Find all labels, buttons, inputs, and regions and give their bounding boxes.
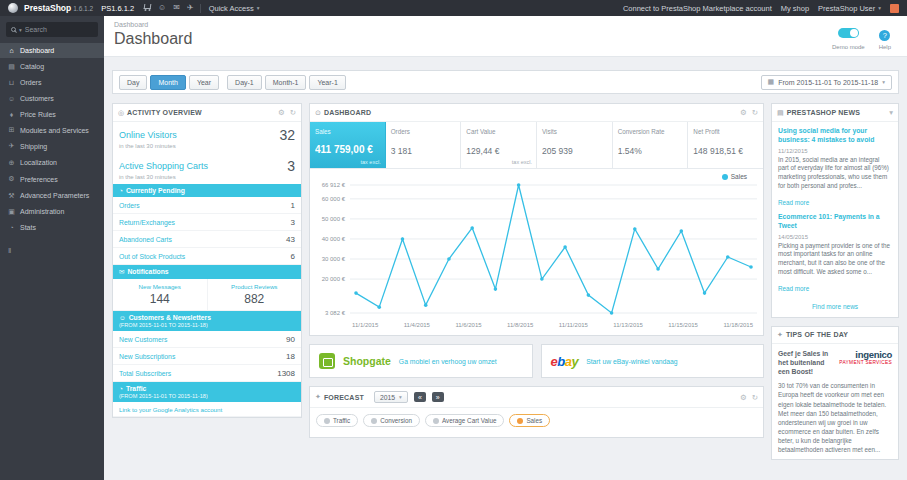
- kpi-net-profit[interactable]: Net Profit148 918,51 €: [688, 122, 763, 168]
- period-year-button[interactable]: Year: [189, 75, 219, 90]
- total-subscribers-row[interactable]: Total Subscribers1308: [113, 365, 301, 382]
- forecast-legend-sales[interactable]: Sales: [509, 414, 550, 427]
- online-visitors-link[interactable]: Online Visitors: [119, 130, 177, 140]
- sidebar-item-price-rules[interactable]: ♦Price Rules: [0, 107, 104, 122]
- active-carts-subtitle: in the last 30 minutes: [113, 174, 301, 184]
- period-day-1-button[interactable]: Day-1: [227, 75, 262, 90]
- gear-icon[interactable]: ⚙: [740, 108, 747, 117]
- kpi-row: Sales411 759,00 €tax excl. Orders3 181 C…: [310, 122, 763, 169]
- shop-name: PS1.6.1.2: [101, 4, 134, 13]
- sidebar-item-stats[interactable]: ◔Stats: [0, 220, 104, 235]
- pending-orders-row[interactable]: Orders1: [113, 197, 301, 214]
- home-icon: ⌂: [7, 47, 16, 54]
- ebay-link[interactable]: Start uw eBay-winkel vandaag: [586, 358, 677, 365]
- online-visitors-value: 32: [279, 127, 295, 143]
- find-more-news-link[interactable]: Find more news: [778, 303, 892, 310]
- help-icon[interactable]: ?: [879, 30, 890, 41]
- truck-icon: ✈: [7, 142, 16, 150]
- kpi-visits[interactable]: Visits205 939: [537, 122, 613, 168]
- new-messages-cell[interactable]: New Messages144: [113, 279, 207, 310]
- shopgate-promo[interactable]: Shopgate Ga mobiel en verhoog uw omzet: [309, 344, 533, 378]
- legend-dot: [371, 418, 377, 424]
- collapse-icon[interactable]: ▾: [889, 108, 893, 117]
- sidebar-item-preferences[interactable]: ⚙Preferences: [0, 171, 104, 187]
- panel-title: Dashboard: [324, 109, 371, 116]
- read-more-link[interactable]: Read more: [778, 285, 809, 292]
- sidebar-item-catalog[interactable]: ▤Catalog: [0, 58, 104, 74]
- forecast-legend-conversion[interactable]: Conversion: [363, 414, 420, 427]
- quick-access-label: Quick Access: [209, 4, 254, 13]
- period-day-button[interactable]: Day: [119, 75, 147, 90]
- quick-access-menu[interactable]: Quick Access▾: [200, 4, 260, 13]
- traffic-header: ◔Traffic(FROM 2015-11-01 TO 2015-11-18): [113, 382, 301, 402]
- marketplace-link[interactable]: Connect to PrestaShop Marketplace accoun…: [623, 4, 772, 13]
- puzzle-icon: ⊞: [7, 126, 16, 134]
- news-article-date: 14/05/2015: [778, 234, 892, 240]
- sidebar-item-label: Orders: [20, 79, 41, 86]
- sidebar-item-localization[interactable]: ⊕Localization: [0, 155, 104, 171]
- gear-icon[interactable]: ⚙: [740, 393, 747, 402]
- prestashop-logo-icon: [8, 3, 18, 13]
- orders-notification-icon[interactable]: [144, 4, 151, 12]
- sidebar-search: ▾: [6, 22, 98, 37]
- pending-returns-row[interactable]: Return/Exchanges3: [113, 214, 301, 231]
- sidebar-item-label: Dashboard: [20, 47, 54, 54]
- catalog-icon: ▤: [7, 63, 16, 71]
- period-month-1-button[interactable]: Month-1: [265, 75, 307, 90]
- period-year-1-button[interactable]: Year-1: [309, 75, 345, 90]
- my-shop-link[interactable]: My shop: [781, 4, 809, 13]
- news-article-link[interactable]: Using social media for your business: 4 …: [778, 127, 892, 145]
- prestashop-news-panel: ▤ PrestaShop News ▾ Using social media f…: [771, 103, 899, 318]
- year-select[interactable]: 2015▾: [374, 391, 408, 403]
- google-analytics-link[interactable]: Link to your Google Analytics account: [119, 406, 222, 413]
- shopgate-link[interactable]: Ga mobiel en verhoog uw omzet: [399, 358, 497, 365]
- sidebar-item-dashboard[interactable]: ⌂Dashboard: [0, 43, 104, 58]
- topbar-notifications: ☺ ✉ ✈: [144, 4, 194, 12]
- forecast-legend-traffic[interactable]: Traffic: [316, 414, 358, 427]
- chart-y-axis: 66 912 € 60 000 € 50 000 € 40 000 € 30 0…: [310, 179, 350, 319]
- sales-chart[interactable]: [350, 179, 757, 319]
- read-more-link[interactable]: Read more: [778, 199, 809, 206]
- sidebar-item-modules[interactable]: ⊞Modules and Services: [0, 122, 104, 138]
- sidebar-item-shipping[interactable]: ✈Shipping: [0, 138, 104, 154]
- customers-notification-icon[interactable]: ☺: [158, 4, 166, 12]
- new-subscriptions-row[interactable]: New Subscriptions18: [113, 348, 301, 365]
- sidebar-item-label: Advanced Parameters: [20, 192, 89, 199]
- page-title: Dashboard: [114, 30, 897, 48]
- chart-legend[interactable]: Sales: [722, 173, 747, 180]
- new-customers-row[interactable]: New Customers90: [113, 331, 301, 348]
- product-reviews-cell[interactable]: Product Reviews882: [207, 279, 302, 310]
- demo-mode-toggle[interactable]: [838, 28, 859, 38]
- paper-plane-icon[interactable]: ✈: [187, 4, 194, 12]
- period-month-button[interactable]: Month: [150, 75, 185, 90]
- prev-year-button[interactable]: «: [414, 392, 426, 402]
- user-menu[interactable]: PrestaShop User▾: [818, 4, 881, 13]
- gear-icon[interactable]: ⚙: [278, 108, 285, 117]
- next-year-button[interactable]: »: [432, 392, 444, 402]
- sidebar-item-label: Localization: [20, 159, 57, 166]
- kpi-conversion-rate[interactable]: Conversion Rate1.54%: [613, 122, 689, 168]
- legend-dot: [517, 418, 523, 424]
- refresh-icon[interactable]: ↻: [752, 393, 758, 402]
- kpi-cart-value[interactable]: Cart Value129,44 €tax excl.: [461, 122, 537, 168]
- kpi-orders[interactable]: Orders3 181: [386, 122, 462, 168]
- ebay-promo[interactable]: ebay Start uw eBay-winkel vandaag: [541, 344, 765, 378]
- kpi-sales[interactable]: Sales411 759,00 €tax excl.: [310, 122, 386, 168]
- refresh-icon[interactable]: ↻: [290, 108, 296, 117]
- refresh-icon[interactable]: ↻: [752, 108, 758, 117]
- active-carts-link[interactable]: Active Shopping Carts: [119, 161, 208, 171]
- abandoned-carts-row[interactable]: Abandoned Carts43: [113, 231, 301, 248]
- search-input[interactable]: [25, 26, 93, 33]
- collapse-sidebar-button[interactable]: ‖: [0, 236, 104, 265]
- out-of-stock-row[interactable]: Out of Stock Products6: [113, 248, 301, 265]
- forecast-legend-average-cart-value[interactable]: Average Cart Value: [425, 414, 504, 427]
- messages-notification-icon[interactable]: ✉: [173, 4, 180, 12]
- sidebar-item-orders[interactable]: ⊔Orders: [0, 75, 104, 91]
- date-range-picker[interactable]: ▦ From 2015-11-01 To 2015-11-18 ▾: [761, 75, 892, 90]
- sidebar-item-administration[interactable]: ▣Administration: [0, 204, 104, 220]
- sidebar-item-customers[interactable]: ☺Customers: [0, 91, 104, 106]
- chevron-down-icon[interactable]: ▾: [19, 27, 22, 33]
- sidebar-item-label: Modules and Services: [20, 127, 89, 134]
- news-article-link[interactable]: Ecommerce 101: Payments in a Tweet: [778, 213, 892, 231]
- sidebar-item-advanced-parameters[interactable]: ⚒Advanced Parameters: [0, 187, 104, 203]
